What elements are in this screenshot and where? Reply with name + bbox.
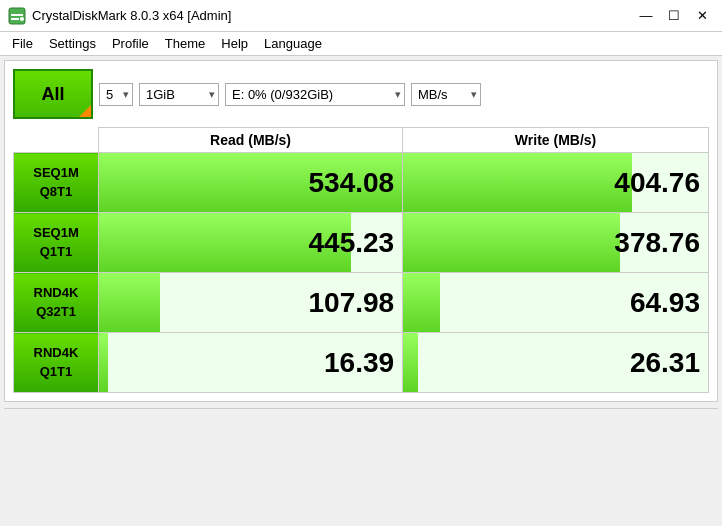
drive-select-wrapper: E: 0% (0/932GiB) (225, 83, 405, 106)
read-text-2: 107.98 (308, 287, 394, 319)
write-bar-1 (403, 213, 619, 272)
menu-item-help[interactable]: Help (213, 34, 256, 53)
read-bar-3 (99, 333, 108, 392)
read-bar-2 (99, 273, 160, 332)
row-label-3: RND4KQ1T1 (14, 333, 99, 393)
main-content: All 1359 512MiB1GiB2GiB4GiB8GiB16GiB E: … (4, 60, 718, 402)
window-controls: — ☐ ✕ (634, 6, 714, 26)
count-select-wrapper: 1359 (99, 83, 133, 106)
write-text-1: 378.76 (614, 227, 700, 259)
unit-select-wrapper: MB/sGB/sIOPSμs (411, 83, 481, 106)
row-label-2: RND4KQ32T1 (14, 273, 99, 333)
svg-rect-1 (11, 14, 23, 16)
write-bar-3 (403, 333, 418, 392)
window-title: CrystalDiskMark 8.0.3 x64 [Admin] (32, 8, 231, 23)
status-bar (4, 408, 718, 432)
table-row: RND4KQ32T1 107.98 64.93 (14, 273, 709, 333)
read-value-3: 16.39 (99, 333, 403, 393)
unit-select[interactable]: MB/sGB/sIOPSμs (411, 83, 481, 106)
size-select[interactable]: 512MiB1GiB2GiB4GiB8GiB16GiB (139, 83, 219, 106)
write-text-0: 404.76 (614, 167, 700, 199)
menu-item-settings[interactable]: Settings (41, 34, 104, 53)
menu-item-theme[interactable]: Theme (157, 34, 213, 53)
write-header: Write (MB/s) (403, 128, 709, 153)
write-bar-0 (403, 153, 632, 212)
minimize-button[interactable]: — (634, 6, 658, 26)
drive-select[interactable]: E: 0% (0/932GiB) (225, 83, 405, 106)
read-value-1: 445.23 (99, 213, 403, 273)
count-select[interactable]: 1359 (99, 83, 133, 106)
benchmark-table: Read (MB/s) Write (MB/s) SEQ1MQ8T1 534.0… (13, 127, 709, 393)
read-value-0: 534.08 (99, 153, 403, 213)
menu-item-file[interactable]: File (4, 34, 41, 53)
write-value-3: 26.31 (403, 333, 709, 393)
read-text-3: 16.39 (324, 347, 394, 379)
table-row: SEQ1MQ8T1 534.08 404.76 (14, 153, 709, 213)
read-header: Read (MB/s) (99, 128, 403, 153)
maximize-button[interactable]: ☐ (662, 6, 686, 26)
read-text-1: 445.23 (308, 227, 394, 259)
write-value-0: 404.76 (403, 153, 709, 213)
size-select-wrapper: 512MiB1GiB2GiB4GiB8GiB16GiB (139, 83, 219, 106)
svg-point-3 (20, 17, 24, 21)
controls-row: All 1359 512MiB1GiB2GiB4GiB8GiB16GiB E: … (13, 69, 709, 119)
title-bar-left: CrystalDiskMark 8.0.3 x64 [Admin] (8, 7, 231, 25)
menu-item-profile[interactable]: Profile (104, 34, 157, 53)
close-button[interactable]: ✕ (690, 6, 714, 26)
write-value-1: 378.76 (403, 213, 709, 273)
title-bar: CrystalDiskMark 8.0.3 x64 [Admin] — ☐ ✕ (0, 0, 722, 32)
read-text-0: 534.08 (308, 167, 394, 199)
table-row: SEQ1MQ1T1 445.23 378.76 (14, 213, 709, 273)
table-row: RND4KQ1T1 16.39 26.31 (14, 333, 709, 393)
menu-item-language[interactable]: Language (256, 34, 330, 53)
write-text-2: 64.93 (630, 287, 700, 319)
write-text-3: 26.31 (630, 347, 700, 379)
all-button[interactable]: All (13, 69, 93, 119)
svg-rect-2 (11, 18, 19, 20)
write-value-2: 64.93 (403, 273, 709, 333)
row-label-1: SEQ1MQ1T1 (14, 213, 99, 273)
row-label-0: SEQ1MQ8T1 (14, 153, 99, 213)
empty-header (14, 128, 99, 153)
app-icon (8, 7, 26, 25)
write-bar-2 (403, 273, 440, 332)
read-value-2: 107.98 (99, 273, 403, 333)
menu-bar: FileSettingsProfileThemeHelpLanguage (0, 32, 722, 56)
